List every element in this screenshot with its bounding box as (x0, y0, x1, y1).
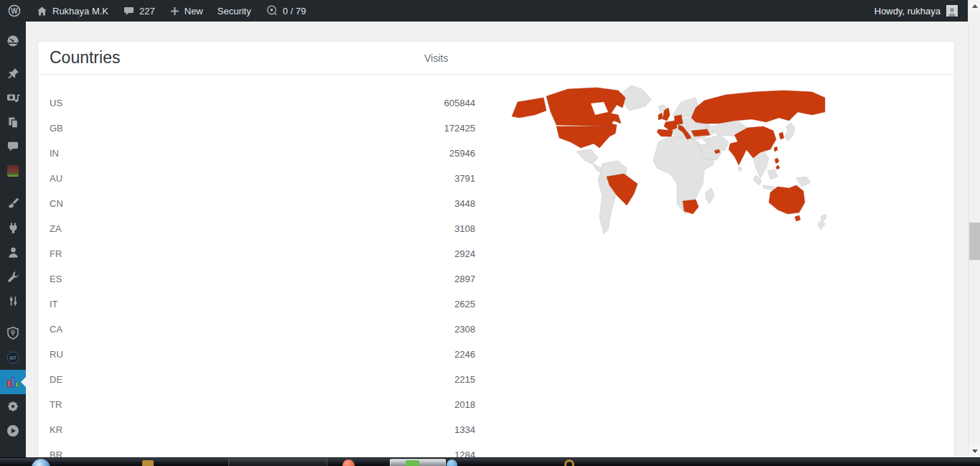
sidebar-item-posts[interactable] (0, 61, 26, 85)
country-row: RU 2246 (50, 342, 475, 367)
security-shield-icon (6, 326, 20, 340)
wordpress-logo-icon: W (7, 4, 22, 18)
sidebar-item-media[interactable] (0, 85, 26, 110)
svg-text:W: W (11, 7, 18, 15)
sidebar-item-security[interactable] (0, 321, 26, 345)
sidebar-item-settings[interactable] (0, 289, 26, 313)
active-menu-arrow (21, 377, 26, 387)
sidebar-item-dashboard[interactable] (0, 29, 26, 53)
sidebar-item-plugins[interactable] (0, 215, 26, 240)
admin-bar: W Rukhaya M.K 227 New (0, 0, 968, 22)
taskbar-app-gold-ring[interactable] (564, 460, 574, 466)
plugins-plug-icon (6, 221, 20, 235)
content-area: Countries Visits US 605844 GB 172425 IN … (26, 22, 968, 457)
sidebar-item-pages[interactable] (0, 110, 26, 134)
taskbar-app-yellow[interactable] (142, 460, 154, 466)
country-code: FR (50, 248, 62, 259)
new-content-menu[interactable]: New (162, 0, 210, 22)
home-icon (36, 5, 48, 17)
ait-logo-icon: AiT (6, 350, 20, 365)
country-visits: 605844 (444, 98, 475, 108)
country-visits: 2924 (454, 248, 475, 259)
country-row: IT 2625 (50, 292, 475, 317)
site-name-menu[interactable]: Rukhaya M.K (29, 0, 116, 22)
country-code: US (50, 98, 62, 108)
comment-bubble-icon (123, 5, 135, 17)
country-visits: 2246 (454, 349, 475, 360)
sidebar-item-custom-plugin[interactable] (0, 159, 26, 183)
country-row: KR 1334 (50, 417, 475, 442)
sidebar-item-ait[interactable]: AiT (0, 345, 26, 370)
country-visits: 172425 (444, 123, 475, 134)
country-code: AU (50, 173, 62, 184)
country-visits: 25946 (449, 148, 475, 159)
start-button[interactable] (32, 459, 50, 466)
site-name-label: Rukhaya M.K (52, 6, 108, 17)
country-row: ES 2897 (50, 266, 475, 292)
sidebar-item-gear[interactable] (0, 394, 26, 419)
taskbar-app-red[interactable] (342, 460, 355, 466)
statistics-bars-icon (6, 375, 20, 389)
comments-icon (6, 140, 19, 153)
country-visits: 2308 (454, 324, 475, 335)
taskbar-app-green[interactable] (406, 460, 419, 466)
sidebar-item-statistics[interactable] (0, 370, 26, 394)
country-code: KR (50, 424, 62, 435)
sidebar-item-comments[interactable] (0, 134, 26, 159)
scroll-up-icon (972, 1, 978, 8)
media-icon (6, 90, 20, 105)
country-code: TR (50, 399, 62, 410)
countries-panel: Countries Visits US 605844 GB 172425 IN … (37, 41, 955, 466)
admin-bar-right: Howdy, rukhaya (874, 5, 968, 17)
country-row: CA 2308 (50, 317, 475, 342)
country-code: CA (50, 324, 62, 335)
world-map[interactable] (510, 83, 826, 240)
sidebar-item-users[interactable] (0, 240, 26, 264)
comments-menu[interactable]: 227 (116, 0, 162, 22)
scroll-down-icon (972, 449, 978, 456)
performance-gauge-icon (266, 4, 279, 17)
scrollbar-thumb[interactable] (969, 223, 980, 260)
countries-panel-header: Countries Visits (38, 42, 954, 75)
taskbar-app-group[interactable] (228, 458, 327, 466)
user-avatar[interactable] (946, 5, 958, 17)
scrollbar[interactable] (968, 0, 980, 457)
country-code: IN (50, 148, 59, 159)
country-code: IT (50, 299, 58, 309)
country-row: GB 172425 (50, 116, 475, 141)
security-menu[interactable]: Security (210, 0, 258, 22)
scrollbar-down-button[interactable] (969, 445, 980, 457)
settings-sliders-icon (6, 294, 20, 308)
visits-column-header: Visits (424, 52, 448, 64)
sidebar-item-tools[interactable] (0, 264, 26, 289)
security-label: Security (218, 6, 251, 17)
country-row: AU 3791 (50, 166, 475, 191)
country-visits: 3108 (454, 223, 475, 234)
appearance-brush-icon (6, 197, 20, 210)
gear-icon (6, 399, 20, 414)
country-visits: 3448 (454, 198, 475, 209)
country-visits: 1334 (454, 424, 475, 435)
country-row: FR 2924 (50, 241, 475, 266)
admin-bar-left: W Rukhaya M.K 227 New (0, 0, 313, 22)
scrollbar-up-button[interactable] (969, 0, 980, 12)
admin-sidebar: AiT (0, 22, 26, 457)
country-visits: 2018 (454, 399, 475, 410)
country-code: ZA (50, 223, 62, 234)
howdy-label[interactable]: Howdy, rukhaya (874, 6, 941, 17)
country-row: IN 25946 (50, 141, 475, 166)
page-title: Countries (50, 48, 120, 67)
taskbar (0, 457, 980, 466)
country-rows: US 605844 GB 172425 IN 25946 AU 3791 CN … (50, 75, 475, 466)
sidebar-item-appearance[interactable] (0, 191, 26, 215)
wordpress-logo-menu[interactable]: W (0, 0, 29, 22)
dashboard-icon (6, 34, 20, 48)
performance-menu[interactable]: 0 / 79 (258, 0, 314, 22)
country-visits: 2625 (454, 299, 475, 309)
comments-count: 227 (139, 6, 155, 17)
sidebar-item-video[interactable] (0, 419, 26, 443)
country-code: DE (50, 374, 62, 385)
country-visits: 3791 (454, 173, 475, 184)
taskbar-app-blue[interactable] (447, 460, 457, 466)
play-icon (6, 424, 20, 438)
